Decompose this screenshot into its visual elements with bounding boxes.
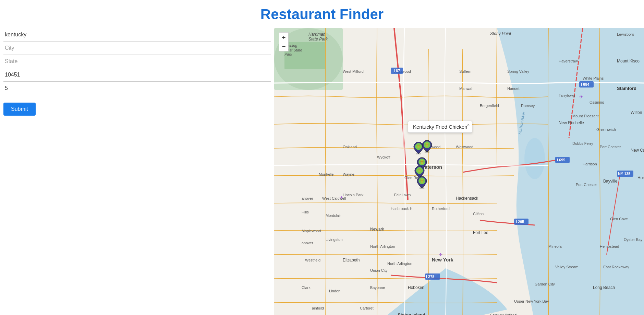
map-marker-2[interactable] xyxy=(422,140,433,153)
form xyxy=(3,28,271,95)
svg-text:I 295: I 295 xyxy=(516,220,524,224)
svg-text:Gateway National: Gateway National xyxy=(490,313,517,315)
svg-text:Park: Park xyxy=(284,52,292,56)
svg-text:I 278: I 278 xyxy=(426,275,434,279)
svg-text:Ossining: Ossining xyxy=(590,100,604,104)
state-field-row xyxy=(3,55,271,68)
svg-text:Clifton: Clifton xyxy=(473,212,484,216)
svg-text:Glen Cove: Glen Cove xyxy=(610,217,628,221)
svg-text:Livingston: Livingston xyxy=(326,237,343,242)
svg-point-112 xyxy=(425,143,429,147)
svg-text:Lewisboro: Lewisboro xyxy=(617,32,634,36)
svg-text:Stamford: Stamford xyxy=(617,86,636,91)
zoom-out-button[interactable]: − xyxy=(279,42,289,51)
svg-text:Oyster Bay: Oyster Bay xyxy=(624,237,643,242)
page-title: Restaurant Finder xyxy=(0,0,644,28)
svg-text:State Park: State Park xyxy=(308,37,328,42)
svg-text:Bergenfield: Bergenfield xyxy=(480,104,499,108)
svg-text:Rutherford: Rutherford xyxy=(432,207,450,211)
svg-text:I 87: I 87 xyxy=(394,69,400,73)
svg-text:Valley Stream: Valley Stream xyxy=(555,265,579,269)
svg-text:✈: ✈ xyxy=(339,195,343,200)
svg-text:anover: anover xyxy=(302,241,313,245)
svg-text:Hills: Hills xyxy=(302,210,309,214)
main-layout: Submit xyxy=(0,28,644,315)
svg-text:Westwood: Westwood xyxy=(456,145,473,149)
svg-text:Upper New York Bay: Upper New York Bay xyxy=(514,299,549,303)
svg-text:Elizabeth: Elizabeth xyxy=(343,258,360,262)
svg-text:Stony Point: Stony Point xyxy=(490,31,511,36)
svg-text:Fort Lee: Fort Lee xyxy=(473,230,488,235)
state-input[interactable] xyxy=(3,55,271,68)
svg-text:New Canaan: New Canaan xyxy=(631,148,644,153)
map-background: Paterson Hackensack Fort Lee Clifton New… xyxy=(274,28,644,315)
svg-text:New York: New York xyxy=(432,257,453,262)
svg-text:Hasbrouck H.: Hasbrouck H. xyxy=(391,207,414,211)
svg-point-127 xyxy=(420,179,424,183)
map-marker-5[interactable] xyxy=(416,176,427,189)
svg-text:I 684: I 684 xyxy=(581,82,590,86)
svg-text:Mount Kisco: Mount Kisco xyxy=(617,59,640,63)
svg-text:Fair Lawn: Fair Lawn xyxy=(394,193,411,197)
svg-text:Oakland: Oakland xyxy=(343,145,357,149)
svg-text:Montville: Montville xyxy=(319,172,333,176)
map-popup: Kentucky Fried Chicken × xyxy=(408,121,472,133)
svg-text:Union City: Union City xyxy=(370,268,388,272)
city-field-row xyxy=(3,42,271,55)
popup-text: Kentucky Fried Chicken xyxy=(413,124,467,130)
svg-text:Wilton: Wilton xyxy=(631,110,642,115)
svg-text:Nanuet: Nanuet xyxy=(507,86,519,91)
svg-text:Montclair: Montclair xyxy=(326,213,341,218)
svg-text:North Arlington: North Arlington xyxy=(370,244,395,248)
zip-input[interactable] xyxy=(3,68,271,81)
svg-text:Haverstraw: Haverstraw xyxy=(559,59,578,63)
svg-text:Wayne: Wayne xyxy=(343,172,354,176)
svg-text:North Arlington: North Arlington xyxy=(387,261,412,266)
svg-text:Wyckoff: Wyckoff xyxy=(377,155,391,159)
svg-text:Harrison: Harrison xyxy=(583,162,597,166)
count-field-row xyxy=(3,82,271,95)
popup-close-button[interactable]: × xyxy=(467,122,470,127)
svg-text:New Rochelle: New Rochelle xyxy=(559,120,584,125)
svg-text:Mount Pleasant: Mount Pleasant xyxy=(572,114,598,118)
svg-text:Staten Island: Staten Island xyxy=(398,312,425,315)
svg-point-107 xyxy=(417,145,420,148)
svg-point-122 xyxy=(418,169,421,172)
svg-text:Harriman: Harriman xyxy=(308,32,326,37)
map-controls: + − xyxy=(279,32,289,51)
city-input[interactable] xyxy=(3,42,271,55)
svg-text:Greenwich: Greenwich xyxy=(596,127,616,132)
svg-text:Maplewood: Maplewood xyxy=(302,229,321,233)
map-panel: Paterson Hackensack Fort Lee Clifton New… xyxy=(274,28,644,315)
svg-text:Ramsey: Ramsey xyxy=(521,104,535,108)
zip-field-row xyxy=(3,68,271,82)
svg-point-1 xyxy=(524,138,545,179)
search-field-row xyxy=(3,28,271,42)
svg-text:Clark: Clark xyxy=(302,285,311,290)
svg-text:Spring Valley: Spring Valley xyxy=(507,69,529,73)
zoom-in-button[interactable]: + xyxy=(279,32,289,42)
svg-text:Westfield: Westfield xyxy=(305,258,320,262)
submit-button[interactable]: Submit xyxy=(3,103,36,116)
svg-text:Hoboken: Hoboken xyxy=(408,285,424,290)
svg-text:anover: anover xyxy=(302,196,313,200)
svg-text:ainfield: ainfield xyxy=(312,306,324,310)
svg-text:White Plains: White Plains xyxy=(583,76,604,80)
svg-text:Bayville: Bayville xyxy=(603,179,618,184)
svg-text:NY 135: NY 135 xyxy=(618,172,631,176)
svg-text:Port Chester: Port Chester xyxy=(576,183,597,187)
left-panel: Submit xyxy=(0,28,274,116)
svg-text:Linden: Linden xyxy=(329,289,340,293)
count-input[interactable] xyxy=(3,82,271,95)
svg-text:I 695: I 695 xyxy=(557,158,565,162)
svg-text:Carteret: Carteret xyxy=(360,306,374,310)
svg-text:Mineola: Mineola xyxy=(548,244,562,248)
svg-text:Tarrytown: Tarrytown xyxy=(559,93,575,97)
svg-text:Dobbs Ferry: Dobbs Ferry xyxy=(572,141,593,145)
svg-text:East Rockaway: East Rockaway xyxy=(603,265,629,269)
svg-text:Hunting: Hunting xyxy=(637,175,644,180)
svg-text:✈: ✈ xyxy=(579,94,583,100)
svg-text:Hackensack: Hackensack xyxy=(456,196,478,201)
search-input[interactable] xyxy=(3,28,271,41)
svg-text:✈: ✈ xyxy=(439,252,443,257)
